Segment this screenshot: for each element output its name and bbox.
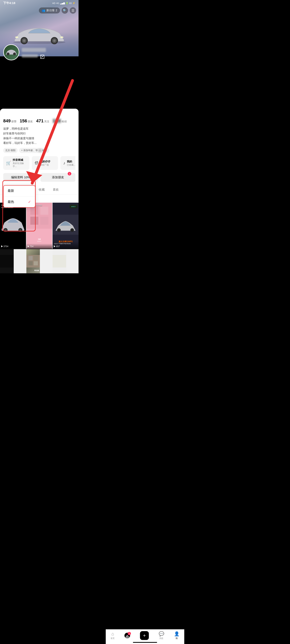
charge-icon: ⚡ (73, 2, 75, 4)
network-badge: 4G (56, 2, 59, 4)
view-count-3: 657 (56, 245, 60, 248)
play-icon-3 (54, 245, 55, 247)
svg-point-3 (23, 40, 25, 42)
following-count: 471 (36, 118, 44, 124)
video-item-2[interactable]: 五菱 MINIEV 售价低至8300元钱起 754 (26, 203, 52, 249)
avatar-row (3, 44, 46, 60)
video-item-3[interactable]: ■HEV 最大功率194PS 点击左下角懂车帝查询价格 657 (53, 203, 79, 249)
video-1-views: 3754 (1, 245, 25, 248)
friends-sub: 朋友广场 (40, 164, 50, 166)
view-count-2: 754 (30, 245, 34, 248)
video-2-views: 754 (28, 245, 51, 248)
friends-icon: 仔 (35, 160, 38, 166)
new-visitors-btn[interactable]: 👥 新访客 2 (39, 8, 60, 14)
video-3-overlay: 点击左下角懂车帝查询价格 657 (53, 241, 79, 249)
quick-link-music[interactable]: ♪ 我的 已收藏... (60, 156, 75, 170)
likes-count: 849 (3, 118, 11, 124)
quick-link-friends[interactable]: 仔 我的仔仔 朋友广场 (32, 156, 58, 170)
qr-icon[interactable] (40, 55, 44, 59)
status-time: 下午4:18 (3, 1, 15, 5)
add-friend-label: 添加朋友 (52, 176, 64, 179)
friends-text: 我的仔仔 朋友广场 (40, 160, 50, 166)
battery-icon: 🔋 (66, 2, 69, 4)
music-sub: 已收藏... (67, 164, 75, 166)
fans-label: 粉丝 (62, 120, 67, 123)
search-icon: 🔍 (63, 9, 67, 12)
tab-saved-label: 收藏 (39, 188, 45, 191)
svg-point-7 (60, 36, 64, 38)
video-item-4[interactable] (0, 249, 14, 273)
tab-saved[interactable]: 收藏 (35, 185, 49, 194)
video-3-views: 657 (54, 245, 77, 248)
svg-rect-21 (40, 207, 48, 215)
tag-suffix: 标签 (42, 149, 47, 152)
friends-label: 朋友 (28, 120, 33, 123)
video-item-5[interactable]: 带回家 (26, 249, 40, 273)
svg-point-6 (53, 40, 56, 42)
music-text: 我的 已收藏... (67, 160, 75, 166)
friends-count: 156 (20, 118, 27, 124)
video-3-cta: 点击左下角懂车帝查询价格 (54, 243, 77, 245)
svg-rect-37 (34, 261, 38, 266)
signal-icon: ▂▄▆ (60, 2, 65, 4)
edit-label: 编辑资料 10% (11, 176, 30, 179)
stat-fans[interactable]: 1XX 粉丝 (53, 118, 67, 124)
video-item-6[interactable] (53, 249, 66, 273)
mall-text: 抖音商城 美好生活触手... (13, 158, 27, 168)
quick-link-mall[interactable]: 🛒 抖音商城 美好生活触手... (3, 156, 30, 170)
location-text: 北京·朝阳 (5, 149, 16, 152)
status-bar: 下午4:18 HD 4G ▂▄▆ 🔋 83 ⚡ (0, 0, 79, 6)
svg-rect-38 (53, 255, 66, 268)
tags-row: 北京·朝阳 + 添加年龄、学 XX 标签 (3, 148, 75, 153)
user-id-blurred (22, 54, 38, 58)
svg-rect-20 (30, 207, 38, 215)
top-action-bar: 👥 新访客 2 🔍 ☰ (0, 7, 79, 14)
stat-friends[interactable]: 156 朋友 (20, 118, 33, 124)
dropdown-item-newest[interactable]: 最新 (4, 186, 35, 196)
search-button[interactable]: 🔍 (62, 7, 68, 14)
add-tag-label: + 添加年龄、学 (21, 149, 38, 152)
stat-likes[interactable]: 849 获赞 (3, 118, 17, 124)
svg-rect-33 (26, 255, 40, 268)
user-bio: 追梦，同样也是追车 好车推荐与你同行 体验不一样的速度与激情 看好车，玩好车，赏… (3, 126, 75, 146)
music-title: 我的 (67, 160, 75, 164)
svg-point-10 (13, 52, 16, 55)
svg-rect-35 (34, 256, 38, 260)
video-1-overlay: 3754 (0, 244, 26, 249)
visitors-icon: 👥 (42, 9, 45, 12)
bio-line-4: 看好车，玩好车，赏好车... (3, 141, 75, 146)
following-label: 关注 (44, 120, 49, 123)
profile-card: 849 获赞 156 朋友 471 关注 1XX 粉丝 追梦，同样也是追车 好车… (0, 109, 79, 185)
svg-text:■HEV: ■HEV (72, 206, 76, 208)
username-blurred (22, 48, 46, 52)
bottom-spacer (0, 273, 79, 290)
user-avatar[interactable] (3, 44, 19, 60)
menu-button[interactable]: ☰ (70, 7, 76, 14)
svg-rect-32 (0, 255, 14, 268)
video-5-label: 带回家 (34, 270, 39, 272)
quick-links: 🛒 抖音商城 美好生活触手... 仔 我的仔仔 朋友广场 ♪ 我的 已收藏... (3, 156, 75, 170)
hero-car-svg (11, 24, 68, 46)
mall-title: 抖音商城 (13, 158, 27, 162)
location-tag[interactable]: 北京·朝阳 (3, 148, 18, 153)
dropdown-item-hottest[interactable]: 最热 ✓ (4, 196, 35, 207)
svg-point-17 (19, 229, 22, 231)
svg-text:MINIEV: MINIEV (37, 241, 42, 242)
status-icons: HD 4G ▂▄▆ 🔋 83 ⚡ (52, 2, 75, 4)
add-friend-btn[interactable]: 添加朋友 1 (41, 173, 75, 182)
hd-badge: HD (52, 2, 55, 4)
svg-point-8 (15, 36, 18, 38)
video-item-1[interactable]: The new 911 Timeless Machine 3754 (0, 203, 26, 249)
mall-sub: 美好生活触手... (13, 162, 27, 168)
tab-liked[interactable]: 喜欢 (49, 185, 63, 194)
music-icon: ♪ (63, 161, 65, 166)
svg-point-15 (5, 229, 7, 231)
svg-point-30 (57, 228, 61, 232)
check-icon: ✓ (28, 200, 31, 204)
sort-dropdown[interactable]: 最新 最热 ✓ (3, 185, 36, 208)
new-visitors-label: 新访客 2 (46, 9, 57, 12)
play-icon-2 (28, 245, 29, 247)
add-tag-btn[interactable]: + 添加年龄、学 XX 标签 (19, 148, 49, 153)
edit-profile-btn[interactable]: 编辑资料 10% (3, 173, 38, 182)
stat-following[interactable]: 471 关注 (36, 118, 49, 124)
